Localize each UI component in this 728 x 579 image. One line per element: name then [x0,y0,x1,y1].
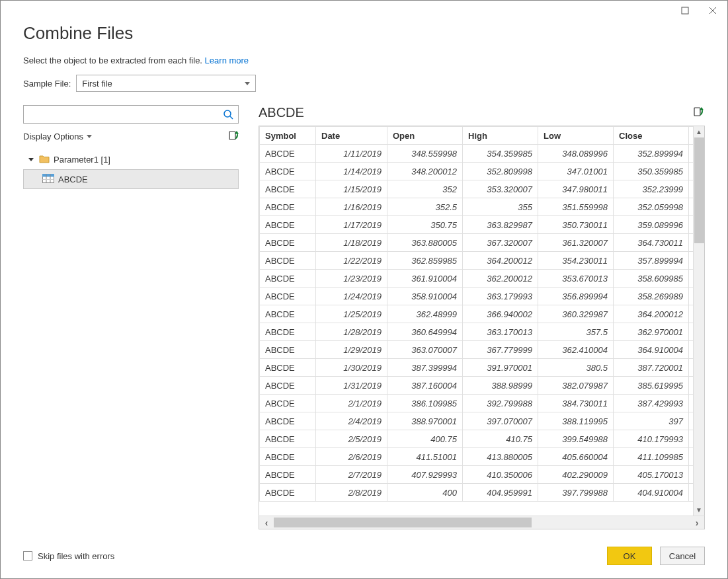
table-row[interactable]: ABCDE2/6/2019411.51001413.880005405.6600… [260,448,694,466]
table-icon [42,174,54,185]
cell: 400 [387,484,463,502]
scrollbar-thumb[interactable] [694,137,704,243]
cell: ABCDE [260,305,316,323]
cell: 362.200012 [463,270,538,288]
cell: 387.720001 [614,359,689,377]
table-row[interactable]: ABCDE1/16/2019352.5355351.559998352.0599… [260,198,694,216]
ok-button[interactable]: OK [607,547,652,565]
cell: 367.320007 [463,234,538,252]
column-header[interactable]: Low [538,127,614,145]
cell: ABCDE [260,323,316,341]
column-header[interactable]: Date [316,127,387,145]
cell: 384.730011 [538,395,614,412]
cancel-button[interactable]: Cancel [660,547,705,565]
cell: 360.649994 [387,323,463,341]
cell: 363.170013 [463,323,538,341]
cell: 1/23/2019 [316,270,387,288]
cell: 364.910004 [614,341,689,359]
cell: 360.329987 [538,305,614,323]
skip-errors-checkbox[interactable] [23,551,32,560]
table-row[interactable]: ABCDE2/5/2019400.75410.75399.549988410.1… [260,430,694,448]
window-close-button[interactable] [702,3,723,19]
table-row[interactable]: ABCDE2/4/2019388.970001397.070007388.119… [260,412,694,430]
svg-line-4 [230,116,233,119]
table-row[interactable]: ABCDE1/23/2019361.910004362.200012353.67… [260,270,694,288]
horizontal-scrollbar[interactable]: ‹ › [259,516,705,529]
cell: 410.179993 [614,430,689,448]
refresh-icon[interactable] [228,130,239,143]
cell: 405.660004 [538,448,614,466]
cell: 362.410004 [538,341,614,359]
svg-rect-7 [43,174,54,176]
cell: 350.730011 [538,216,614,234]
cell: 404.959991 [463,484,538,502]
column-header[interactable]: Open [387,127,463,145]
tree-collapse-icon[interactable] [28,158,34,161]
table-row[interactable]: ABCDE1/15/2019352353.320007347.980011352… [260,180,694,198]
display-options-button[interactable]: Display Options [23,132,92,141]
cell: 348.559998 [387,145,463,163]
search-input[interactable] [28,109,222,120]
subtitle-text: Select the object to be extracted from e… [23,56,202,65]
cell: 352.5 [387,198,463,216]
table-row[interactable]: ABCDE1/18/2019363.880005367.320007361.32… [260,234,694,252]
scroll-left-icon[interactable]: ‹ [259,516,274,529]
column-header[interactable]: High [463,127,538,145]
refresh-preview-icon[interactable] [693,106,704,119]
cell: 355 [463,198,538,216]
tree-parent-row[interactable]: Parameter1 [1] [23,149,239,169]
table-row[interactable]: ABCDE2/7/2019407.929993410.350006402.290… [260,466,694,484]
table-row[interactable]: ABCDE1/17/2019350.75363.829987350.730011… [260,216,694,234]
preview-grid: SymbolDateOpenHighLowCloseAd ABCDE1/11/2… [259,126,705,516]
cell: 1/22/2019 [316,252,387,270]
chevron-down-icon [87,135,92,138]
table-row[interactable]: ABCDE1/11/2019348.559998354.359985348.08… [260,145,694,163]
cell: 361.910004 [387,270,463,288]
table-row[interactable]: ABCDE1/30/2019387.399994391.970001380.53… [260,359,694,377]
tree-item-label: ABCDE [58,174,88,184]
vertical-scrollbar[interactable]: ▲ ▼ [693,126,704,516]
cell: 358.609985 [614,270,689,288]
scroll-down-icon[interactable]: ▼ [694,504,704,516]
table-row[interactable]: ABCDE1/14/2019348.200012352.809998347.01… [260,163,694,180]
table-row[interactable]: ABCDE1/25/2019362.48999366.940002360.329… [260,305,694,323]
search-icon[interactable] [222,108,234,120]
learn-more-link[interactable]: Learn more [205,56,249,65]
cell: 352.059998 [614,198,689,216]
scroll-up-icon[interactable]: ▲ [694,126,704,137]
cell: 351.559998 [538,198,614,216]
cell: 350.75 [387,216,463,234]
table-row[interactable]: ABCDE1/29/2019363.070007367.779999362.41… [260,341,694,359]
cell: 358.269989 [614,288,689,305]
display-options-label: Display Options [23,132,83,141]
column-header[interactable]: Symbol [260,127,316,145]
cell: 2/1/2019 [316,395,387,412]
tree-parent-label: Parameter1 [1] [54,155,110,165]
table-row[interactable]: ABCDE1/24/2019358.910004363.179993356.89… [260,288,694,305]
scroll-right-icon[interactable]: › [690,516,704,529]
cell: 405.170013 [614,466,689,484]
cell: ABCDE [260,216,316,234]
cell: ABCDE [260,234,316,252]
column-header[interactable]: Close [614,127,689,145]
skip-errors-label: Skip files with errors [38,551,114,561]
svg-point-3 [224,110,231,117]
cell: 404.910004 [614,484,689,502]
tree-item-row[interactable]: ABCDE [23,169,239,189]
cell: 388.119995 [538,412,614,430]
cell: 388.970001 [387,412,463,430]
cell: 2/8/2019 [316,484,387,502]
table-row[interactable]: ABCDE2/8/2019400404.959991397.799988404.… [260,484,694,502]
table-row[interactable]: ABCDE1/31/2019387.160004388.98999382.079… [260,377,694,395]
scrollbar-thumb[interactable] [274,518,532,527]
cell: 363.070007 [387,341,463,359]
sample-file-select[interactable]: First file [76,75,256,92]
cell: 354.230011 [538,252,614,270]
table-row[interactable]: ABCDE1/22/2019362.859985364.200012354.23… [260,252,694,270]
cell: 363.179993 [463,288,538,305]
cell: 1/16/2019 [316,198,387,216]
cell: ABCDE [260,484,316,502]
table-row[interactable]: ABCDE2/1/2019386.109985392.799988384.730… [260,395,694,412]
window-maximize-button[interactable] [674,3,696,19]
table-row[interactable]: ABCDE1/28/2019360.649994363.170013357.53… [260,323,694,341]
